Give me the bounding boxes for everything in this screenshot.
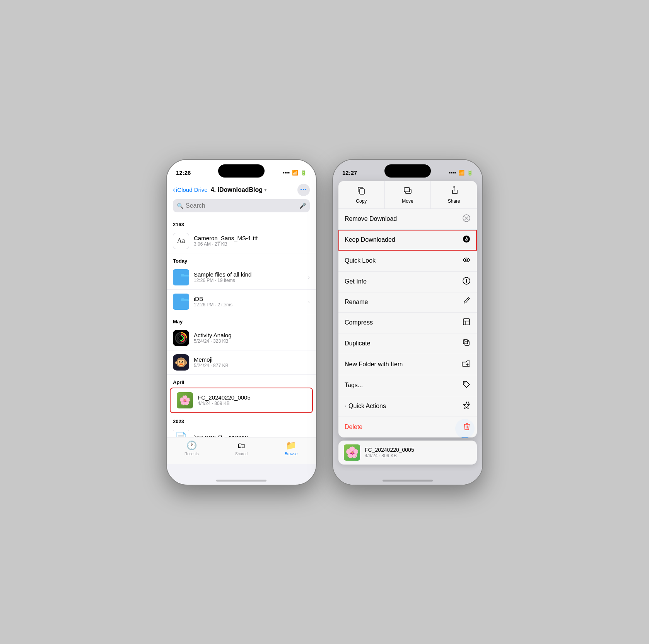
get-info-item[interactable]: Get Info xyxy=(338,272,477,292)
file-info-activity: Activity Analog 5/24/24 · 323 KB xyxy=(194,332,310,344)
back-chevron-icon: ‹ xyxy=(173,186,175,194)
tab-shared[interactable]: 🗂 Shared xyxy=(217,441,266,456)
copy-label: Copy xyxy=(356,198,367,204)
compress-label: Compress xyxy=(345,319,373,326)
file-meta-sample: 12:26 PM · 19 items xyxy=(194,278,303,283)
mic-icon[interactable]: 🎤 xyxy=(299,203,306,209)
file-name: Cameron_Sans_MS-1.ttf xyxy=(194,235,310,241)
status-icons-left: ▪▪▪▪ 📶 🔋 xyxy=(283,170,307,176)
preview-thumbnail: 🌸 xyxy=(344,444,360,461)
home-indicator-left xyxy=(216,480,266,482)
quick-actions-chevron-icon: › xyxy=(345,403,346,409)
signal-icon: ▪▪▪▪ xyxy=(283,170,290,176)
search-icon: 🔍 xyxy=(177,203,183,209)
wifi-icon-right: 📶 xyxy=(458,170,465,176)
file-item-idb[interactable]: iDB 12:26 PM · 2 items › xyxy=(167,290,316,314)
keep-downloaded-item[interactable]: Keep Downloaded xyxy=(338,230,477,251)
context-menu-area: Copy Move xyxy=(338,181,477,465)
file-item-pdf[interactable]: iDB PDF file_113018 xyxy=(167,426,316,437)
file-info-flower: FC_20240220_0005 4/4/24 · 809 KB xyxy=(198,394,306,406)
search-bar[interactable]: 🔍 🎤 xyxy=(173,199,310,212)
wifi-icon: 📶 xyxy=(292,170,298,176)
quick-look-label: Quick Look xyxy=(345,257,376,264)
files-nav: ‹ iCloud Drive 4. iDownloadBlog ▾ ··· 🔍 … xyxy=(167,181,316,217)
file-info: Cameron_Sans_MS-1.ttf 3:06 AM · 27 KB xyxy=(194,235,310,247)
svg-rect-21 xyxy=(463,319,470,325)
font-file-icon: Aa xyxy=(173,233,189,249)
preview-info: FC_20240220_0005 4/4/24 · 809 KB xyxy=(365,447,414,458)
share-button[interactable]: Share xyxy=(431,181,477,208)
pdf-icon xyxy=(173,430,189,437)
quick-actions-item[interactable]: › Quick Actions xyxy=(338,396,477,417)
tab-recents[interactable]: 🕐 Recents xyxy=(167,441,217,456)
quick-actions-icon xyxy=(462,401,471,412)
remove-download-item[interactable]: Remove Download xyxy=(338,209,477,230)
more-options-button[interactable]: ··· xyxy=(297,184,310,196)
file-info-idb: iDB 12:26 PM · 2 items xyxy=(194,296,303,307)
tags-item[interactable]: Tags... xyxy=(338,375,477,396)
file-item-flower[interactable]: 🌸 FC_20240220_0005 4/4/24 · 809 KB xyxy=(170,388,313,413)
status-icons-right: ▪▪▪▪ 📶 🔋 xyxy=(449,170,473,176)
nav-top: ‹ iCloud Drive 4. iDownloadBlog ▾ ··· xyxy=(173,184,310,196)
move-button[interactable]: Move xyxy=(385,181,431,208)
compress-item[interactable]: Compress xyxy=(338,313,477,333)
new-folder-label: New Folder with Item xyxy=(345,361,403,368)
file-item-activity[interactable]: Activity Analog 5/24/24 · 323 KB xyxy=(167,326,316,350)
svg-rect-10 xyxy=(404,188,410,192)
compress-icon xyxy=(462,318,471,328)
svg-point-31 xyxy=(465,382,466,383)
file-meta: 3:06 AM · 27 KB xyxy=(194,241,310,247)
preview-file-name: FC_20240220_0005 xyxy=(365,447,414,453)
preview-file-meta: 4/4/24 · 809 KB xyxy=(365,453,414,458)
tab-browse[interactable]: 📁 Browse xyxy=(266,441,316,456)
file-meta-flower: 4/4/24 · 809 KB xyxy=(198,401,306,406)
share-icon xyxy=(449,186,459,197)
file-info-memoji: Memoji 5/24/24 · 877 KB xyxy=(194,356,310,368)
arrow-icon-idb: › xyxy=(308,299,310,305)
pencil-icon xyxy=(463,297,471,307)
right-phone: 12:27 ▪▪▪▪ 📶 🔋 xyxy=(332,159,483,485)
context-menu: Copy Move xyxy=(338,181,477,437)
time-right: 12:27 xyxy=(342,169,357,176)
section-header-2163: 2163 xyxy=(167,217,316,229)
svg-rect-24 xyxy=(465,341,469,345)
new-folder-item[interactable]: New Folder with Item xyxy=(338,354,477,375)
delete-item[interactable]: Delete xyxy=(338,417,477,437)
status-bar-right: 12:27 ▪▪▪▪ 📶 🔋 xyxy=(333,160,482,181)
rename-item[interactable]: Rename xyxy=(338,292,477,313)
nav-back-button[interactable]: ‹ iCloud Drive xyxy=(173,186,208,194)
file-meta-idb: 12:26 PM · 2 items xyxy=(194,302,303,307)
copy-button[interactable]: Copy xyxy=(338,181,385,208)
duplicate-item[interactable]: Duplicate xyxy=(338,333,477,354)
time-left: 12:26 xyxy=(176,169,191,176)
nav-left: ‹ iCloud Drive 4. iDownloadBlog ▾ xyxy=(173,186,267,194)
folder-icon-sample xyxy=(173,269,189,285)
home-indicator-right xyxy=(383,480,433,482)
tag-icon xyxy=(462,380,471,391)
battery-icon-right: 🔋 xyxy=(467,170,473,176)
files-app: 12:26 ▪▪▪▪ 📶 🔋 ‹ iCloud Drive 4. iDownlo… xyxy=(167,160,316,464)
file-item-font[interactable]: Aa Cameron_Sans_MS-1.ttf 3:06 AM · 27 KB xyxy=(167,229,316,253)
file-name-memoji: Memoji xyxy=(194,356,310,363)
nav-back-label: iCloud Drive xyxy=(176,186,208,193)
eye-icon xyxy=(462,256,471,266)
duplicate-label: Duplicate xyxy=(345,340,371,347)
ellipsis-icon: ··· xyxy=(300,186,307,194)
tab-recents-label: Recents xyxy=(184,452,199,456)
search-input[interactable] xyxy=(186,202,297,209)
file-item-sample[interactable]: Sample files of all kind 12:26 PM · 19 i… xyxy=(167,265,316,290)
folder-name-title: 4. iDownloadBlog xyxy=(211,186,263,193)
quick-look-item[interactable]: Quick Look xyxy=(338,251,477,272)
file-meta-activity: 5/24/24 · 323 KB xyxy=(194,338,310,344)
nav-chevron-icon: ▾ xyxy=(264,187,267,193)
svg-rect-9 xyxy=(360,189,364,194)
battery-icon: 🔋 xyxy=(301,170,307,176)
new-folder-icon xyxy=(461,359,471,370)
dynamic-island-left xyxy=(218,164,265,178)
tab-shared-label: Shared xyxy=(235,452,248,456)
file-item-memoji[interactable]: 🐵 Memoji 5/24/24 · 877 KB xyxy=(167,350,316,375)
trash-icon xyxy=(463,422,471,432)
shared-icon: 🗂 xyxy=(237,441,246,451)
file-name-idb: iDB xyxy=(194,296,303,302)
right-screen: 12:27 ▪▪▪▪ 📶 🔋 xyxy=(333,160,482,485)
